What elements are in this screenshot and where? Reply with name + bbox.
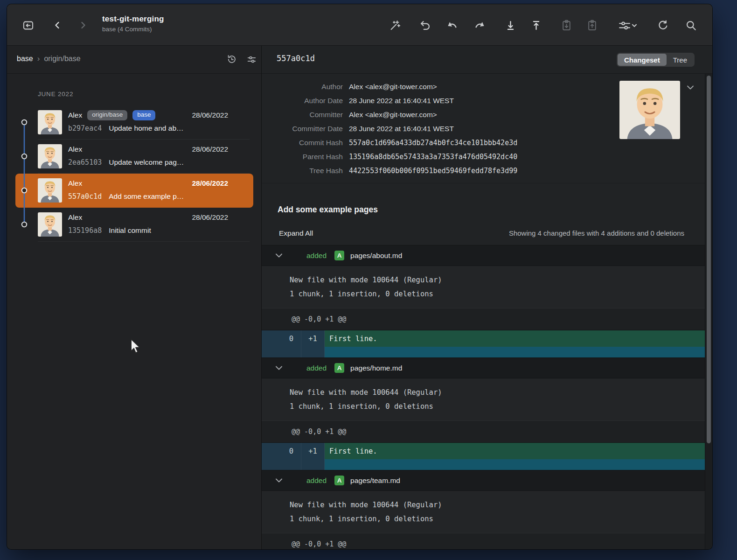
chevron-down-icon	[632, 24, 636, 26]
filter-sliders-icon	[246, 54, 257, 67]
search-button[interactable]	[681, 15, 701, 35]
file-status: added	[306, 364, 327, 372]
chevron-down-icon	[276, 366, 282, 370]
diff-filler-row	[262, 347, 712, 357]
quick-actions-button[interactable]	[385, 15, 404, 35]
commit-row[interactable]: Alex 28/06/2022 2ea65103 Update welcome …	[15, 140, 253, 174]
commit-row[interactable]: Alex 28/06/2022 135196a8 Initial commit	[15, 208, 253, 242]
file-status-badge: A	[334, 476, 344, 485]
history-button[interactable]	[224, 53, 238, 67]
commit-list-body: JUNE 2022 Alex	[7, 74, 261, 550]
file-path: pages/home.md	[350, 364, 402, 372]
hunk-header: @@ -0,0 +1 @@	[262, 533, 712, 550]
breadcrumb: base › origin/base	[17, 54, 81, 63]
file-stats-line: 1 chunk, 1 insertion, 0 deletions	[290, 512, 712, 526]
commit-list: Alex origin/base base 28/06/2022 b297eac…	[7, 105, 261, 242]
sidebar-header: base › origin/base	[7, 46, 261, 74]
forward-button[interactable]	[73, 15, 93, 35]
rebase-button[interactable]	[470, 15, 490, 35]
main-split: base › origin/base	[7, 46, 712, 550]
commit-author: Alex	[68, 213, 82, 222]
detail-scroll-area: Author Alex <alex@git-tower.com> Author …	[262, 74, 712, 550]
file-diff-section: added A pages/home.md New file with mode…	[262, 357, 712, 470]
hunk-header: @@ -0,0 +1 @@	[262, 308, 712, 330]
diff-line-text: First line.	[325, 330, 712, 347]
file-mode-line: New file with mode 100644 (Regular)	[290, 273, 712, 287]
meta-label: Committer Date	[262, 125, 343, 133]
refresh-icon	[657, 19, 669, 32]
commit-date: 28/06/2022	[192, 145, 228, 154]
file-mode-line: New file with mode 100644 (Regular)	[290, 385, 712, 399]
commit-row-content: Alex 28/06/2022 2ea65103 Update welcome …	[68, 144, 242, 168]
view-mode-toggle: Changeset Tree	[617, 53, 695, 67]
search-icon	[685, 19, 697, 32]
breadcrumb-branch[interactable]: base	[17, 55, 33, 63]
file-status-badge: A	[334, 363, 344, 373]
apply-clipboard-up-icon	[586, 19, 598, 32]
window-subtitle: base (4 Commits)	[102, 26, 164, 33]
file-info: New file with mode 100644 (Regular) 1 ch…	[262, 491, 712, 533]
pull-button[interactable]	[501, 15, 520, 35]
old-line-number: 0	[262, 330, 301, 347]
local-branch-badge[interactable]: base	[132, 110, 155, 120]
meta-label: Commit Hash	[262, 139, 343, 147]
back-button[interactable]	[48, 15, 67, 35]
commit-message: Update welcome pag…	[109, 158, 184, 167]
file-header[interactable]: added A pages/team.md	[262, 470, 712, 491]
push-arrow-icon	[530, 19, 542, 32]
window-title: test-git-merging	[102, 14, 164, 24]
repositories-button[interactable]	[18, 15, 38, 35]
commit-author: Alex	[68, 179, 82, 188]
pull-arrow-icon	[504, 19, 517, 32]
scrollbar-thumb[interactable]	[707, 76, 711, 443]
scrollbar-track[interactable]	[705, 74, 712, 550]
meta-value: 28 June 2022 at 16:40:41 WEST	[349, 97, 454, 105]
detail-header: 557a0c1d Changeset Tree	[262, 46, 712, 74]
expand-all-button[interactable]: Expand All	[279, 229, 313, 238]
file-path: pages/about.md	[350, 252, 402, 260]
file-path: pages/team.md	[350, 476, 400, 485]
tab-changeset[interactable]: Changeset	[618, 54, 667, 66]
commit-row-content: Alex 28/06/2022 135196a8 Initial commit	[68, 212, 242, 236]
file-header[interactable]: added A pages/about.md	[262, 245, 712, 266]
tab-tree[interactable]: Tree	[667, 54, 694, 66]
diff-filler	[325, 347, 712, 357]
forward-chevron-icon	[77, 20, 89, 31]
merge-arrow-icon	[445, 19, 459, 32]
new-line-number: +1	[301, 330, 325, 347]
chevron-down-icon	[687, 83, 694, 91]
new-line-number: +1	[301, 443, 325, 459]
file-header[interactable]: added A pages/home.md	[262, 357, 712, 378]
commit-row[interactable]: Alex origin/base base 28/06/2022 b297eac…	[15, 105, 253, 140]
commit-detail-panel: 557a0c1d Changeset Tree Author Alex <ale…	[262, 46, 712, 550]
filter-button[interactable]	[244, 53, 258, 67]
new-line-number	[301, 459, 325, 470]
refresh-button[interactable]	[653, 15, 673, 35]
commit-hash: b297eac4	[68, 124, 102, 133]
file-diff-section: added A pages/about.md New file with mod…	[262, 245, 712, 357]
commit-row-selected[interactable]: Alex 28/06/2022 557a0c1d Add some exampl…	[15, 174, 253, 208]
commit-date: 28/06/2022	[192, 213, 228, 222]
merge-button[interactable]	[442, 15, 462, 35]
commit-hash: 135196a8	[68, 226, 102, 235]
workflows-button[interactable]	[613, 15, 640, 35]
push-button[interactable]	[526, 15, 546, 35]
avatar-dropdown-button[interactable]	[687, 83, 694, 91]
meta-value: 4422553f060b006f0951bed59469fedd78fe3d99	[349, 167, 517, 175]
app-window: test-git-merging base (4 Commits)	[7, 4, 713, 550]
breadcrumb-compare-branch[interactable]: origin/base	[44, 55, 80, 63]
commit-date: 28/06/2022	[192, 179, 228, 188]
history-icon	[226, 54, 237, 67]
remote-branch-badge[interactable]: origin/base	[87, 110, 127, 120]
stash-button[interactable]	[556, 15, 576, 35]
commit-id: 557a0c1d	[277, 54, 315, 63]
commit-author: Alex	[68, 145, 82, 154]
meta-label: Tree Hash	[262, 167, 343, 175]
stash-clipboard-down-icon	[560, 19, 573, 32]
meta-row: Parent Hash 135196a8db65e57433a3a7353fa4…	[262, 150, 712, 164]
diff-line-text: First line.	[325, 443, 712, 459]
diff-added-line: 0 +1 First line.	[262, 443, 712, 459]
commit-hash: 557a0c1d	[68, 192, 102, 201]
apply-stash-button[interactable]	[582, 15, 602, 35]
undo-button[interactable]	[415, 15, 435, 35]
